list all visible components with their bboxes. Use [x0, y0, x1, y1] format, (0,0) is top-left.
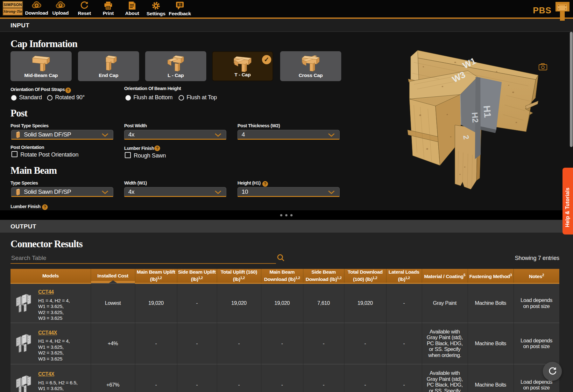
svg-text:H1: H1: [482, 105, 493, 118]
svg-text:H2: H2: [470, 112, 480, 123]
